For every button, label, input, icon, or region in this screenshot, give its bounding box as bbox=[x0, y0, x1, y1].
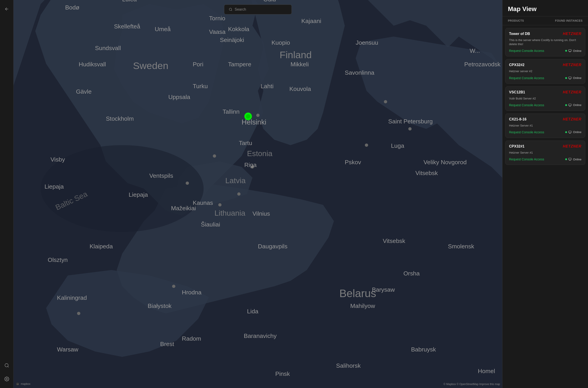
map-attribution-right: © Mapbox © OpenStreetMap Improve this ma… bbox=[443, 383, 500, 386]
svg-text:Tartu: Tartu bbox=[239, 140, 252, 146]
server-list: Tower of DB HETZNER This is the server w… bbox=[502, 25, 588, 168]
svg-text:Vilnius: Vilnius bbox=[252, 210, 270, 217]
svg-point-1 bbox=[6, 378, 7, 380]
svg-text:Lida: Lida bbox=[247, 308, 258, 315]
svg-text:Umeå: Umeå bbox=[155, 26, 171, 32]
svg-text:Daugavpils: Daugavpils bbox=[258, 243, 288, 250]
svg-point-20 bbox=[365, 144, 368, 147]
server-description: Hetzner Server #1 bbox=[509, 151, 582, 155]
svg-text:Lahti: Lahti bbox=[261, 83, 273, 90]
svg-text:Mahilyow: Mahilyow bbox=[350, 302, 375, 309]
console-access-link[interactable]: Request Console Access bbox=[509, 103, 544, 107]
monitor-icon bbox=[568, 131, 571, 134]
right-panel: Map View PRODUCTS FOUND INSTANCES Tower … bbox=[502, 0, 588, 388]
svg-point-18 bbox=[384, 100, 387, 103]
monitor-icon bbox=[568, 49, 571, 52]
hetzner-logo: HETZNER bbox=[563, 63, 582, 67]
svg-text:Vaasa: Vaasa bbox=[209, 28, 225, 35]
svg-text:Latvia: Latvia bbox=[225, 176, 246, 185]
server-card-footer: Request Console Access Online bbox=[509, 49, 582, 52]
console-access-link[interactable]: Request Console Access bbox=[509, 49, 544, 52]
map-search-bar[interactable]: Search bbox=[224, 4, 292, 14]
svg-point-4 bbox=[41, 145, 203, 232]
svg-text:Kokkola: Kokkola bbox=[228, 26, 249, 32]
svg-text:Petrozavodsk: Petrozavodsk bbox=[464, 61, 501, 68]
svg-text:Radom: Radom bbox=[182, 335, 201, 342]
svg-point-21 bbox=[172, 285, 175, 288]
svg-text:Salihorsk: Salihorsk bbox=[336, 362, 361, 369]
svg-text:Homel: Homel bbox=[478, 368, 495, 374]
svg-text:W...: W... bbox=[470, 47, 480, 54]
back-button[interactable] bbox=[2, 4, 11, 14]
svg-text:Smolensk: Smolensk bbox=[448, 243, 474, 250]
svg-text:Pinsk: Pinsk bbox=[275, 370, 290, 377]
svg-rect-107 bbox=[569, 158, 571, 160]
svg-point-19 bbox=[408, 127, 412, 130]
status-badge: Online bbox=[565, 103, 582, 107]
svg-text:Baranavichy: Baranavichy bbox=[244, 333, 277, 339]
monitor-icon bbox=[568, 103, 571, 107]
svg-text:Uppsala: Uppsala bbox=[168, 94, 190, 100]
svg-text:Joensuu: Joensuu bbox=[356, 39, 378, 46]
svg-text:Kajaani: Kajaani bbox=[301, 18, 321, 24]
search-placeholder: Search bbox=[235, 7, 246, 11]
svg-text:Tallinn: Tallinn bbox=[223, 108, 240, 115]
svg-point-22 bbox=[77, 312, 80, 315]
monitor-icon bbox=[568, 76, 571, 80]
status-badge: Online bbox=[565, 158, 582, 161]
svg-text:Babruysk: Babruysk bbox=[411, 346, 436, 353]
svg-text:Pori: Pori bbox=[193, 61, 203, 68]
svg-text:Orsha: Orsha bbox=[403, 270, 420, 277]
mapbox-logo-icon: MB bbox=[16, 382, 19, 386]
server-card-cx21-8-16: CX21-8-16 HETZNER Hetzner Server #1 Requ… bbox=[505, 114, 585, 138]
svg-text:Riga: Riga bbox=[244, 162, 257, 168]
svg-text:Turku: Turku bbox=[193, 83, 208, 90]
svg-text:Skellefteå: Skellefteå bbox=[114, 23, 140, 30]
svg-point-92 bbox=[229, 8, 232, 11]
svg-text:Barysaw: Barysaw bbox=[372, 286, 395, 293]
server-card-cpx32-1: CPX32#1 HETZNER Hetzner Server #1 Reques… bbox=[505, 141, 585, 165]
search-sidebar-button[interactable] bbox=[2, 361, 11, 370]
svg-text:Tampere: Tampere bbox=[228, 61, 251, 68]
map-container[interactable]: Sweden Finland Estonia Latvia Lithuania … bbox=[14, 0, 502, 388]
server-name: CPX32#1 bbox=[509, 144, 525, 148]
panel-header: Map View bbox=[502, 0, 588, 17]
server-card-cpx32-2: CPX32#2 HETZNER Hetzner server #2 Reques… bbox=[505, 59, 585, 83]
svg-point-91 bbox=[246, 114, 250, 119]
monitor-icon bbox=[568, 158, 571, 161]
svg-rect-98 bbox=[569, 77, 571, 78]
server-card-footer: Request Console Access Online bbox=[509, 103, 582, 107]
hetzner-logo: HETZNER bbox=[563, 144, 582, 148]
server-card-footer: Request Console Access Online bbox=[509, 76, 582, 80]
map-attribution: MB mapbox bbox=[16, 382, 30, 386]
console-access-link[interactable]: Request Console Access bbox=[509, 157, 544, 161]
svg-text:Lithuania: Lithuania bbox=[214, 209, 245, 217]
svg-point-14 bbox=[237, 193, 241, 195]
server-card-header: CPX32#2 HETZNER bbox=[509, 63, 582, 67]
svg-point-13 bbox=[213, 154, 216, 157]
svg-text:Liepaja: Liepaja bbox=[45, 183, 64, 190]
found-instances-column-header: FOUND INSTANCES bbox=[555, 19, 583, 22]
console-access-link[interactable]: Request Console Access bbox=[509, 130, 544, 134]
svg-text:Olsztyn: Olsztyn bbox=[48, 257, 68, 263]
svg-point-17 bbox=[218, 203, 221, 206]
console-access-link[interactable]: Request Console Access bbox=[509, 76, 544, 80]
server-name: Tower of DB bbox=[509, 32, 530, 36]
svg-text:Klaipeda: Klaipeda bbox=[90, 243, 113, 250]
svg-text:Vitsebsk: Vitsebsk bbox=[416, 170, 438, 176]
svg-text:Sundsvall: Sundsvall bbox=[95, 45, 121, 51]
server-card-header: CPX32#1 HETZNER bbox=[509, 144, 582, 148]
hetzner-logo: HETZNER bbox=[563, 32, 582, 36]
svg-text:Stockholm: Stockholm bbox=[106, 115, 134, 122]
svg-text:Mažeikiai: Mažeikiai bbox=[171, 205, 196, 212]
settings-sidebar-button[interactable] bbox=[2, 374, 11, 384]
server-card-footer: Request Console Access Online bbox=[509, 157, 582, 161]
svg-text:Kuopio: Kuopio bbox=[271, 39, 290, 46]
svg-rect-101 bbox=[569, 104, 571, 106]
server-description: Hetzner server #2 bbox=[509, 69, 582, 73]
svg-text:Veliky Novgorod: Veliky Novgorod bbox=[423, 159, 466, 166]
svg-text:Pskov: Pskov bbox=[345, 159, 361, 166]
server-name: CPX32#2 bbox=[509, 63, 525, 67]
products-column-header: PRODUCTS bbox=[508, 19, 524, 22]
hetzner-logo: HETZNER bbox=[563, 90, 582, 94]
